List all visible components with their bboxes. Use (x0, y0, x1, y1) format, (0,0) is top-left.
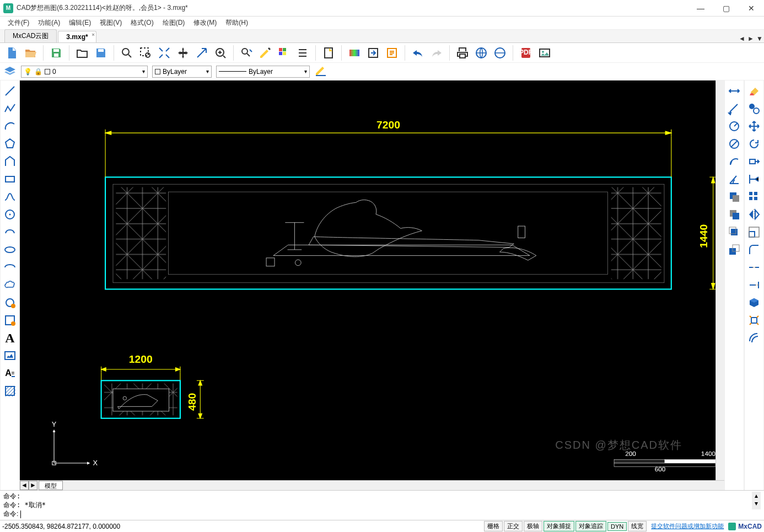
mtext-icon[interactable]: A≡ (2, 365, 18, 381)
toggle-grid[interactable]: 栅格 (484, 521, 503, 531)
list-icon[interactable] (294, 45, 311, 61)
break-icon[interactable] (746, 259, 762, 276)
scale-icon[interactable] (746, 224, 762, 240)
image-icon[interactable] (536, 45, 553, 61)
globe-icon[interactable] (473, 45, 489, 61)
fillet-icon[interactable] (746, 241, 762, 258)
copy-icon[interactable] (746, 100, 762, 117)
tab-close-icon[interactable]: × (92, 32, 94, 37)
circle-icon[interactable] (2, 206, 18, 223)
undo-icon[interactable] (410, 45, 426, 61)
redo-icon[interactable] (428, 45, 445, 61)
block-icon[interactable] (2, 312, 18, 329)
cmd-scroll-up-icon[interactable]: ▴▾ (752, 492, 761, 509)
stretch-icon[interactable] (746, 153, 762, 170)
layer-select[interactable]: 💡 🔒 0 ▾ (21, 66, 148, 78)
polyline-icon[interactable] (2, 100, 18, 117)
zoom-window-icon[interactable] (119, 45, 135, 61)
dist-icon[interactable] (726, 83, 743, 99)
color-palette-icon[interactable] (276, 45, 292, 61)
open-file-icon[interactable] (22, 45, 39, 61)
hatch-icon[interactable] (2, 383, 18, 399)
menu-file[interactable]: 文件(F) (3, 17, 34, 29)
move-icon[interactable] (746, 118, 762, 135)
zoom-previous-icon[interactable] (193, 45, 210, 61)
trim-icon[interactable] (746, 171, 762, 187)
pan-icon[interactable] (175, 45, 191, 61)
tab-current-doc[interactable]: 3.mxg*× (58, 31, 96, 42)
tabs-menu-icon[interactable]: ▼ (755, 35, 764, 42)
toggle-lineweight[interactable]: 线宽 (628, 521, 647, 531)
explode-icon[interactable] (746, 312, 762, 329)
menu-modify[interactable]: 修改(M) (189, 17, 221, 29)
pentagon-icon[interactable] (2, 153, 18, 170)
bring-forward-icon[interactable] (726, 241, 743, 258)
command-input[interactable] (20, 510, 761, 518)
dim-radius-icon[interactable] (726, 118, 743, 135)
tabs-prev-icon[interactable]: ◄ (738, 35, 746, 42)
arc-icon[interactable] (2, 118, 18, 135)
extend-icon[interactable] (746, 277, 762, 293)
send-backward-icon[interactable] (726, 224, 743, 240)
tab-mxcad-cloud[interactable]: MxCAD云图 (4, 29, 57, 42)
new-file-icon[interactable] (3, 45, 20, 61)
vertical-scrollbar[interactable] (715, 80, 724, 480)
gradient-icon[interactable] (346, 45, 363, 61)
minimize-button[interactable]: — (688, 0, 713, 17)
menu-format[interactable]: 格式(O) (126, 17, 158, 29)
rotate-icon[interactable] (746, 136, 762, 152)
export-icon[interactable] (365, 45, 381, 61)
mirror-icon[interactable] (746, 206, 762, 223)
rectangle-icon[interactable] (2, 171, 18, 187)
pencil-icon[interactable] (314, 63, 327, 79)
dim-angular-icon[interactable] (726, 171, 743, 187)
image-insert-icon[interactable] (2, 347, 18, 364)
sheet-prev-icon[interactable]: ◄ (20, 481, 29, 490)
ellipse-arc-icon[interactable] (2, 259, 18, 276)
save-icon[interactable] (48, 45, 64, 61)
lineweight-select[interactable]: ByLayer ▾ (216, 66, 310, 78)
properties-icon[interactable] (384, 45, 400, 61)
dim-aligned-icon[interactable] (726, 100, 743, 117)
dim-diameter-icon[interactable] (726, 136, 743, 152)
toggle-osnap[interactable]: 对象捕捉 (544, 521, 574, 531)
dim-arc-icon[interactable] (726, 153, 743, 170)
print-icon[interactable] (454, 45, 471, 61)
arc2-icon[interactable] (2, 224, 18, 240)
move-to-front-icon[interactable] (726, 189, 743, 205)
sheet-tab-model[interactable]: 模型 (39, 481, 63, 490)
toggle-polar[interactable]: 极轴 (524, 521, 542, 531)
line-icon[interactable] (2, 83, 18, 99)
point-icon[interactable] (2, 294, 18, 311)
feedback-link[interactable]: 提交软件问题或增加新功能 (651, 522, 724, 530)
menu-help[interactable]: 帮助(H) (221, 17, 252, 29)
text-icon[interactable]: A (2, 330, 18, 346)
horizontal-scrollbar[interactable] (63, 481, 724, 490)
toggle-ortho[interactable]: 正交 (504, 521, 523, 531)
linetype-select[interactable]: ByLayer ▾ (152, 66, 212, 78)
zoom-selection-icon[interactable] (137, 45, 154, 61)
layers-icon[interactable] (3, 65, 17, 78)
maximize-button[interactable]: ▢ (713, 0, 739, 17)
box3d-icon[interactable] (746, 294, 762, 311)
edit-icon[interactable] (257, 45, 273, 61)
offset-icon[interactable] (746, 330, 762, 346)
toggle-otrack[interactable]: 对象追踪 (575, 521, 606, 531)
zoom-realtime-icon[interactable] (212, 45, 229, 61)
move-to-back-icon[interactable] (726, 206, 743, 223)
array-icon[interactable] (746, 189, 762, 205)
close-button[interactable]: ✕ (739, 0, 764, 17)
menu-function[interactable]: 功能(A) (34, 17, 64, 29)
tabs-next-icon[interactable]: ► (746, 35, 755, 42)
save-as-icon[interactable] (93, 45, 109, 61)
zoom-extents-icon[interactable] (156, 45, 173, 61)
pdf-icon[interactable]: PDF (518, 45, 534, 61)
toggle-dyn[interactable]: DYN (607, 522, 627, 531)
menu-draw[interactable]: 绘图(D) (158, 17, 190, 29)
polygon-icon[interactable] (2, 136, 18, 152)
find-icon[interactable] (238, 45, 255, 61)
ellipse-icon[interactable] (2, 241, 18, 258)
revcloud-icon[interactable] (2, 277, 18, 293)
sheet-next-icon[interactable]: ► (29, 481, 37, 490)
folder-icon[interactable] (74, 45, 90, 61)
